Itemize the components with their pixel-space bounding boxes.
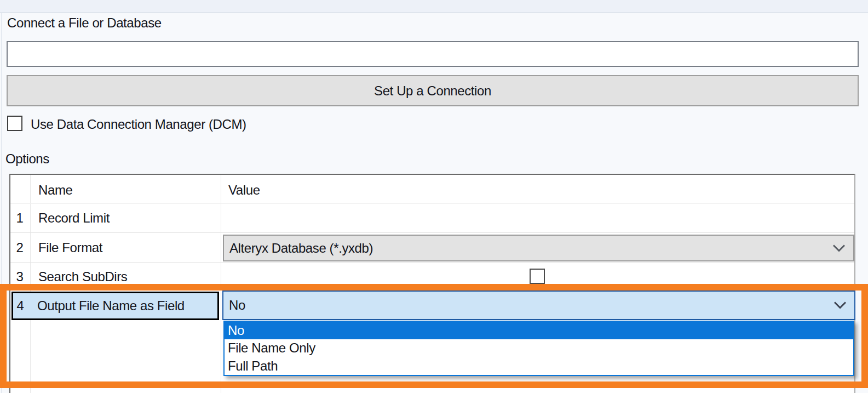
name-value-column-divider	[221, 175, 221, 393]
row1-number: 1	[13, 210, 27, 226]
panel-left-edge	[1, 13, 2, 393]
file-format-combobox-value: Alteryx Database (*.yxdb)	[229, 241, 373, 256]
chevron-down-icon[interactable]	[833, 301, 847, 310]
row2-number: 2	[13, 240, 27, 255]
chevron-down-icon[interactable]	[832, 244, 846, 252]
setup-connection-button-label: Set Up a Connection	[374, 83, 491, 99]
row1-divider	[10, 232, 854, 233]
row4-name-cell-selected[interactable]: 4 Output File Name as Field	[12, 292, 219, 320]
connection-input[interactable]	[7, 41, 859, 67]
dcm-checkbox-label: Use Data Connection Manager (DCM)	[31, 117, 246, 132]
row4-name-output-file-name-as-field: Output File Name as Field	[37, 298, 185, 314]
row1-name-record-limit[interactable]: Record Limit	[38, 210, 110, 226]
row2-name-file-format[interactable]: File Format	[38, 240, 102, 255]
row4-number: 4	[14, 298, 27, 314]
setup-connection-button[interactable]: Set Up a Connection	[7, 75, 859, 106]
row2-divider	[10, 262, 854, 263]
search-subdirs-checkbox[interactable]	[530, 269, 545, 284]
dropdown-option-no[interactable]: No	[225, 322, 853, 339]
row-number-column-divider	[30, 175, 31, 393]
output-file-name-combobox-value: No	[229, 298, 245, 313]
connect-file-label: Connect a File or Database	[7, 15, 162, 31]
file-format-combobox[interactable]: Alteryx Database (*.yxdb)	[223, 235, 854, 261]
header-row-divider	[10, 203, 854, 204]
row3-name-search-subdirs[interactable]: Search SubDirs	[38, 269, 127, 284]
column-header-name: Name	[38, 183, 72, 198]
dcm-checkbox[interactable]	[7, 116, 22, 131]
dropdown-option-full-path[interactable]: Full Path	[225, 357, 853, 375]
input-data-config-panel: Connect a File or Database Set Up a Conn…	[0, 0, 868, 393]
options-section-label: Options	[5, 151, 49, 167]
row3-number: 3	[13, 269, 27, 284]
output-file-name-dropdown-list: No File Name Only Full Path	[223, 321, 854, 376]
output-file-name-combobox[interactable]: No	[222, 291, 855, 320]
column-header-value: Value	[228, 183, 260, 198]
top-strip	[0, 0, 868, 13]
dropdown-option-file-name-only[interactable]: File Name Only	[225, 339, 853, 357]
